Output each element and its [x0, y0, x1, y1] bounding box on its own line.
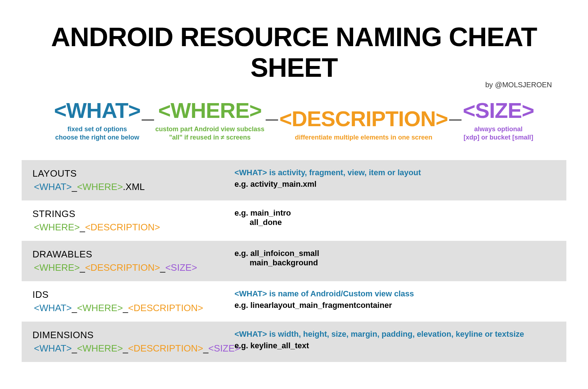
rule-row-ids: IDS <WHAT>_<WHERE>_<DESCRIPTION> <WHAT> …: [22, 281, 566, 322]
rule-pattern: <WHERE>_<DESCRIPTION>_<SIZE>: [32, 262, 234, 273]
pattern-desc: <DESCRIPTION>: [128, 302, 203, 313]
pattern-size: <SIZE>: [165, 262, 197, 273]
separator: _: [72, 343, 77, 354]
rule-row-drawables: DRAWABLES <WHERE>_<DESCRIPTION>_<SIZE> e…: [22, 241, 566, 281]
separator: _: [160, 262, 165, 273]
rule-note: <WHAT> is name of Android/Custom view cl…: [234, 289, 556, 299]
rule-example: e.g. activity_main.xml: [234, 180, 556, 189]
rule-pattern: <WHAT>_<WHERE>_<DESCRIPTION>_<SIZE>: [32, 343, 234, 354]
rule-example: e.g. main_intro all_done: [234, 208, 556, 227]
rule-pattern: <WHERE>_<DESCRIPTION>: [32, 222, 234, 233]
rule-heading: DIMENSIONS: [32, 330, 234, 341]
rule-row-dimensions: DIMENSIONS <WHAT>_<WHERE>_<DESCRIPTION>_…: [22, 322, 566, 362]
separator: _: [448, 100, 463, 121]
separator: _: [123, 302, 128, 313]
pattern-suffix: .XML: [123, 181, 145, 192]
example-line1: e.g. main_intro: [234, 208, 291, 217]
formula-where-sub: custom part Android view subclass "all" …: [155, 125, 264, 142]
pattern-where: <WHERE>: [77, 181, 123, 192]
rule-example: e.g. keyline_all_text: [234, 341, 556, 350]
rule-example: e.g. linearlayout_main_fragmentcontainer: [234, 301, 556, 310]
separator: _: [72, 302, 77, 313]
rule-heading: STRINGS: [32, 208, 234, 220]
separator: _: [123, 343, 128, 354]
pattern-where: <WHERE>: [77, 343, 123, 354]
pattern-where: <WHERE>: [77, 302, 123, 313]
formula-size-tag: <SIZE>: [463, 100, 534, 121]
pattern-what: <WHAT>: [34, 302, 72, 313]
rule-row-strings: STRINGS <WHERE>_<DESCRIPTION> e.g. main_…: [22, 200, 566, 241]
rule-pattern: <WHAT>_<WHERE>.XML: [32, 181, 234, 193]
rule-note: <WHAT> is width, height, size, margin, p…: [234, 330, 556, 339]
formula-desc-sub: differentiate multiple elements in one s…: [295, 133, 432, 142]
rule-row-layouts: LAYOUTS <WHAT>_<WHERE>.XML <WHAT> is act…: [22, 160, 566, 200]
example-line2: main_background: [234, 258, 318, 268]
separator: _: [80, 262, 85, 273]
formula-where-tag: <WHERE>: [158, 100, 262, 121]
separator: _: [264, 100, 279, 121]
rule-heading: LAYOUTS: [32, 168, 234, 179]
rule-note: <WHAT> is activity, fragment, view, item…: [234, 168, 556, 177]
pattern-where: <WHERE>: [34, 222, 80, 233]
rule-heading: DRAWABLES: [32, 249, 234, 260]
pattern-desc: <DESCRIPTION>: [85, 222, 160, 233]
pattern-where: <WHERE>: [34, 262, 80, 273]
formula-what-sub: fixed set of options choose the right on…: [55, 125, 139, 142]
pattern-what: <WHAT>: [34, 181, 72, 192]
rule-pattern: <WHAT>_<WHERE>_<DESCRIPTION>: [32, 302, 234, 314]
pattern-desc: <DESCRIPTION>: [85, 262, 160, 273]
pattern-desc: <DESCRIPTION>: [128, 343, 203, 354]
separator: _: [140, 100, 155, 121]
page-title: ANDROID RESOURCE NAMING CHEAT SHEET: [22, 22, 566, 83]
separator: _: [203, 343, 208, 354]
rules-table: LAYOUTS <WHAT>_<WHERE>.XML <WHAT> is act…: [22, 160, 566, 362]
example-line1: e.g. all_infoicon_small: [234, 249, 319, 258]
formula-size-sub: always optional [xdp] or bucket [small]: [464, 125, 533, 142]
formula-what-tag: <WHAT>: [54, 100, 141, 121]
rule-example: e.g. all_infoicon_small main_background: [234, 249, 556, 268]
formula-desc-tag: <DESCRIPTION>: [279, 108, 448, 130]
separator: _: [80, 222, 85, 233]
rule-heading: IDS: [32, 289, 234, 300]
example-line2: all_done: [234, 218, 282, 227]
separator: _: [72, 181, 77, 192]
pattern-what: <WHAT>: [34, 343, 72, 354]
naming-formula: <WHAT> fixed set of options choose the r…: [22, 100, 566, 142]
